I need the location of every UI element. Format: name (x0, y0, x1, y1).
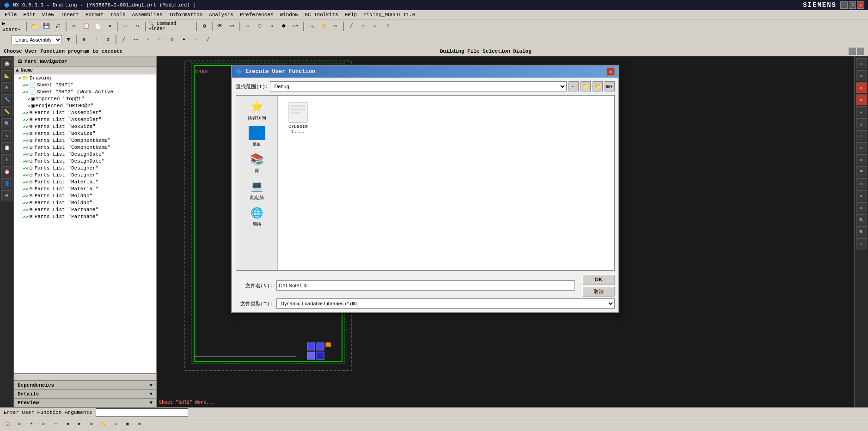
menu-file[interactable]: File (2, 10, 19, 19)
tb2-btn2[interactable]: ⊞ (79, 34, 90, 45)
menu-assemblies[interactable]: Assemblies (129, 10, 165, 19)
right-icon-5[interactable]: ≡ (856, 106, 867, 117)
tb2-slash[interactable]: ╱ (202, 34, 214, 45)
bt-6[interactable]: ◀ (62, 419, 73, 430)
line-btn[interactable]: ╱ (346, 21, 357, 32)
tree-pl-designer2[interactable]: ✔✔⊞Parts List "Designer" (14, 171, 156, 178)
right-icon-1[interactable]: ⊡ (856, 58, 867, 69)
maximize-button[interactable]: □ (849, 1, 856, 9)
tb2-btn1[interactable] (2, 36, 10, 44)
cut-btn[interactable]: ✂ (68, 21, 79, 32)
tree-pl-assembler2[interactable]: ✔✔⊞Parts List "Assembler" (14, 116, 156, 123)
path-new-btn[interactable]: 📂 (593, 81, 603, 91)
snap-btn[interactable]: ⚙ (199, 21, 210, 32)
sidebar-icon-9[interactable]: ℹ (1, 154, 12, 165)
fit-btn[interactable]: ⊡ (330, 21, 341, 32)
menu-view[interactable]: View (39, 10, 57, 19)
nav-library[interactable]: 📚 库 (238, 150, 275, 176)
rotate-btn[interactable]: ↻▾ (290, 21, 301, 32)
open-btn[interactable]: 📂 (29, 21, 40, 32)
status-icon2[interactable] (857, 48, 864, 55)
right-icon-9[interactable]: ⊠ (856, 154, 867, 165)
sidebar-icon-6[interactable]: 🔍 (1, 118, 12, 129)
tree-pl-partname2[interactable]: ✔✔⊞Parts List "PartName" (14, 213, 156, 220)
right-icon-13[interactable]: ⊠ (856, 202, 867, 213)
nav-computer[interactable]: 💻 此电脑 (238, 177, 275, 203)
bt-12[interactable]: ⊠ (134, 419, 145, 430)
right-icon-2[interactable]: ⊞ (856, 70, 867, 81)
start-button[interactable]: ▶ Start▾ (2, 21, 24, 32)
delete-btn[interactable]: ✕ (104, 21, 116, 32)
menu-edit[interactable]: Edit (20, 10, 38, 19)
right-icon-4[interactable]: ✕ (856, 94, 867, 105)
top-btn[interactable]: ⬡ (254, 21, 265, 32)
tb2-nav-btn[interactable]: ▼ (63, 34, 74, 45)
undo-btn[interactable]: ↩ (120, 21, 131, 32)
front-btn[interactable]: ◇ (266, 21, 277, 32)
paste-btn[interactable]: 📄 (92, 21, 104, 32)
tb2-angle[interactable]: ∠ (142, 34, 153, 45)
tb2-btn4[interactable]: ⊡ (103, 34, 114, 45)
bt-4[interactable]: ⊡ (38, 419, 49, 430)
nav-preview[interactable]: Preview ▼ (14, 398, 156, 407)
redo-btn[interactable]: ↪ (132, 21, 143, 32)
nav-desktop[interactable]: 桌面 (238, 124, 275, 149)
right-icon-8[interactable]: ⊡ (856, 142, 867, 153)
bottom-input[interactable] (96, 408, 188, 417)
zoom-btn[interactable]: 🔍 (306, 21, 317, 32)
bt-3[interactable]: + (26, 419, 37, 430)
nav-hscroll[interactable] (14, 373, 156, 381)
bt-10[interactable]: ≡ (110, 419, 121, 430)
sidebar-icon-11[interactable]: 👤 (1, 178, 12, 189)
menu-tools[interactable]: Tools (107, 10, 128, 19)
right-icon-12[interactable]: A (856, 190, 867, 201)
tree-pl-boxsize1[interactable]: ✔✔⊞Parts List "BoxSize" (14, 123, 156, 130)
view2-btn[interactable]: ⊞▾ (226, 21, 238, 32)
right-icon-3[interactable]: ✕ (856, 82, 867, 93)
tree-top1[interactable]: ✔ ▣ Imported "Top@1" (14, 95, 156, 102)
sidebar-icon-12[interactable]: ⊞ (1, 190, 12, 201)
cancel-button[interactable]: 取消 (582, 286, 615, 297)
nav-network[interactable]: 🌐 网络 (238, 204, 275, 230)
path-view-btn[interactable]: ⊞▾ (605, 81, 615, 91)
copy-btn[interactable]: 📋 (80, 21, 92, 32)
sidebar-icon-7[interactable]: ✎ (1, 130, 12, 141)
assembly-select[interactable]: Entire Assembly (11, 35, 62, 44)
arc-btn[interactable]: ⌒ (358, 21, 369, 32)
close-button[interactable]: ✕ (857, 1, 864, 9)
tree-pl-designer1[interactable]: ✔✔⊞Parts List "Designer" (14, 164, 156, 171)
pan-btn[interactable]: ✋ (318, 21, 329, 32)
tb2-line[interactable]: ╱ (118, 34, 129, 45)
tree-pl-moldno1[interactable]: ✔✔⊞Parts List "MoldNo" (14, 192, 156, 199)
sidebar-icon-2[interactable]: 📐 (1, 70, 12, 81)
tree-sht2[interactable]: ✔✔ 📄 Sheet "SHT2" (Work-Active (14, 88, 156, 95)
tree-drawing[interactable]: ✔ 📁 Drawing (14, 74, 156, 81)
iso-btn[interactable]: ◻ (242, 21, 253, 32)
dialog-close-button[interactable]: ✕ (606, 67, 615, 76)
menu-yining[interactable]: YiNing_MOULD T1.0 (361, 10, 418, 19)
path-select[interactable]: Debug (270, 81, 567, 91)
sidebar-icon-3[interactable]: ⚙ (1, 82, 12, 93)
file-item-cylnote[interactable]: CYLNote1.... (281, 99, 315, 136)
right-icon-10[interactable]: ☰ (856, 166, 867, 177)
path-back-btn[interactable]: ← (568, 81, 579, 91)
tree-pl-material2[interactable]: ✔✔⊞Parts List "Material" (14, 185, 156, 192)
tb2-circ[interactable]: ◎ (166, 34, 177, 45)
menu-insert[interactable]: Insert (58, 10, 82, 19)
right-icon-15[interactable]: 🔍 (856, 226, 867, 237)
tree-pl-moldno2[interactable]: ✔✔⊞Parts List "MoldNo" (14, 199, 156, 206)
tree-sht1[interactable]: ✔✔ 📄 Sheet "SHT1" (14, 81, 156, 88)
sidebar-icon-1[interactable]: 🏠 (1, 58, 12, 69)
bt-7[interactable]: ▶ (74, 419, 85, 430)
nav-quickaccess[interactable]: ⭐ 快速访问 (238, 97, 275, 123)
bt-1[interactable]: 🏠 (2, 419, 13, 430)
menu-analysis[interactable]: Analysis (206, 10, 236, 19)
tree-pl-boxsize2[interactable]: ✔✔⊞Parts List "BoxSize" (14, 130, 156, 137)
sidebar-icon-8[interactable]: 📋 (1, 142, 12, 153)
rect-btn[interactable]: □ (382, 21, 393, 32)
tree-pl-compname2[interactable]: ✔✔⊞Parts List "CompnentName" (14, 144, 156, 151)
nav-details[interactable]: Details ▼ (14, 389, 156, 398)
tree-pl-designdate2[interactable]: ✔✔⊞Parts List "DesignDate" (14, 158, 156, 164)
sidebar-icon-10[interactable]: ⏰ (1, 166, 12, 177)
right-icon-11[interactable]: ⊟ (856, 178, 867, 189)
